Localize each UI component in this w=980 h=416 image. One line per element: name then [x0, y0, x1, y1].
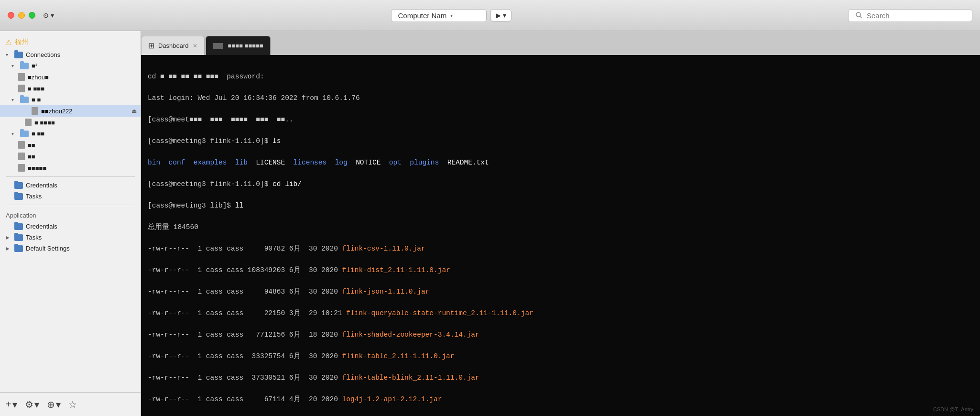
group1-folder-icon — [20, 63, 29, 69]
sidebar-item-sub6[interactable]: ■■■■■ — [0, 162, 141, 174]
sidebar-item-app-credentials[interactable]: Credentials — [0, 221, 141, 232]
group2-chevron-icon: ▾ — [11, 97, 17, 102]
sidebar-item-connections[interactable]: ▾ Connections — [0, 49, 141, 60]
play-button[interactable]: ▶ ▾ — [490, 9, 512, 22]
sidebar-item-group3[interactable]: ▾ ■ ■■ — [0, 128, 141, 139]
app-tasks-chevron-icon: ▶ — [6, 235, 11, 240]
maximize-button[interactable] — [29, 12, 35, 19]
sidebar-footer: + ▾ ⚙ ▾ ⊕ ▾ ☆ — [0, 392, 141, 416]
default-settings-folder-icon — [14, 245, 23, 252]
terminal-tab-label: ■■■■ ■■■■■ — [228, 42, 263, 49]
network-button[interactable]: ⊕ ▾ — [47, 399, 61, 410]
sidebar-item-tasks[interactable]: Tasks — [0, 191, 141, 202]
sidebar-item-sub1[interactable]: ■ ■■■ — [0, 83, 141, 94]
divider2 — [6, 205, 135, 205]
term-file-2: -rw-r--r-- 1 cass cass 108349203 6月 30 2… — [148, 265, 973, 275]
zhou222-label: ■■zhou222 — [41, 108, 73, 115]
computer-name-dropdown[interactable]: Computer Nam ▾ — [391, 9, 487, 22]
term-file-8: -rw-r--r-- 1 cass cass 67114 4月 20 2020 … — [148, 394, 973, 405]
search-bar[interactable] — [848, 9, 972, 22]
titlebar: ⊙ ▾ Computer Nam ▾ ▶ ▾ — [0, 0, 980, 31]
titlebar-center: Computer Nam ▾ ▶ ▾ — [62, 9, 840, 22]
sub6-file-icon — [18, 164, 25, 172]
sidebar-item-app-tasks[interactable]: ▶ Tasks — [0, 232, 141, 243]
connections-label: Connections — [26, 51, 60, 58]
eject-icon[interactable]: ⏏ — [131, 108, 137, 114]
add-button[interactable]: + ▾ — [6, 399, 17, 410]
connections-folder-icon — [14, 52, 23, 58]
warning-icon: ⚠ — [6, 38, 12, 46]
app-menu[interactable]: ⊙ ▾ — [43, 11, 54, 19]
group3-folder-icon — [20, 131, 29, 137]
sub6-label: ■■■■■ — [28, 164, 46, 172]
tab-terminal[interactable]: ■■■■ ■■■■■ — [206, 36, 271, 55]
credentials-folder-icon — [14, 182, 23, 189]
sidebar-item-credentials[interactable]: Credentials — [0, 180, 141, 191]
sidebar-scroll: ⚠ 福州 ▾ Connections ▾ ■¹ ■zhou■ — [0, 31, 141, 392]
sidebar-item-group1[interactable]: ▾ ■¹ — [0, 60, 141, 71]
add-caret-icon: ▾ — [12, 399, 17, 410]
group1-label: ■¹ — [32, 62, 37, 69]
menu-caret-icon: ▾ — [51, 11, 54, 19]
tasks-folder-icon — [14, 193, 23, 200]
computer-name-label: Computer Nam — [398, 11, 447, 20]
group1-chevron-icon: ▾ — [11, 63, 17, 68]
connections-chevron-icon: ▾ — [6, 52, 11, 57]
sub5-label: ■■ — [28, 153, 35, 160]
settings-button[interactable]: ⚙ ▾ — [25, 399, 39, 410]
tasks-label: Tasks — [26, 193, 42, 200]
sub3-file-icon — [25, 119, 32, 126]
term-line-ls: bin conf examples lib LICENSE licenses l… — [148, 157, 973, 168]
term-line-2: Last login: Wed Jul 20 16:34:36 2022 fro… — [148, 93, 973, 103]
star-button[interactable]: ☆ — [68, 399, 77, 410]
term-file-3: -rw-r--r-- 1 cass cass 94863 6月 30 2020 … — [148, 286, 973, 297]
tab-dashboard[interactable]: ⊞ Dashboard ✕ — [141, 36, 205, 55]
search-icon — [855, 11, 863, 19]
network-icon: ⊕ — [47, 399, 55, 410]
sidebar-item-zhou[interactable]: ■zhou■ — [0, 71, 141, 83]
search-input[interactable] — [867, 11, 962, 20]
terminal-output[interactable]: cd ■ ■■ ■■ ■■ ■■■ password: Last login: … — [141, 55, 980, 416]
term-file-4: -rw-r--r-- 1 cass cass 22150 3月 29 10:21… — [148, 308, 973, 318]
dashboard-tab-close[interactable]: ✕ — [193, 43, 197, 49]
sub4-label: ■■ — [28, 142, 35, 149]
term-line-4: [cass@meeting3 flink-1.11.0]$ ls — [148, 136, 973, 146]
default-settings-label: Default Settings — [26, 245, 70, 252]
svg-line-1 — [860, 16, 862, 18]
group3-chevron-icon: ▾ — [11, 131, 17, 136]
menu-icon: ⊙ — [43, 11, 49, 19]
sidebar: ⚠ 福州 ▾ Connections ▾ ■¹ ■zhou■ — [0, 31, 141, 416]
dashboard-tab-label: Dashboard — [158, 42, 189, 49]
term-file-6: -rw-r--r-- 1 cass cass 33325754 6月 30 20… — [148, 351, 973, 361]
sub1-file-icon — [18, 85, 25, 92]
term-file-1: -rw-r--r-- 1 cass cass 90782 6月 30 2020 … — [148, 243, 973, 254]
sidebar-warning: ⚠ 福州 — [0, 35, 141, 49]
term-line-5: [cass@meeting3 flink-1.11.0]$ cd lib/ — [148, 179, 973, 189]
minimize-button[interactable] — [18, 12, 25, 19]
tab-bar: ⊞ Dashboard ✕ ■■■■ ■■■■■ — [141, 31, 980, 55]
sub1-label: ■ ■■■ — [28, 85, 44, 92]
sidebar-item-sub5[interactable]: ■■ — [0, 151, 141, 162]
term-file-7: -rw-r--r-- 1 cass cass 37330521 6月 30 20… — [148, 372, 973, 383]
default-settings-chevron-icon: ▶ — [6, 246, 11, 251]
sidebar-item-group2[interactable]: ▾ ■ ■ — [0, 94, 141, 105]
group2-label: ■ ■ — [32, 96, 41, 103]
sidebar-item-default-settings[interactable]: ▶ Default Settings — [0, 243, 141, 254]
term-line-7: 总用量 184560 — [148, 222, 973, 232]
sidebar-item-sub4[interactable]: ■■ — [0, 139, 141, 151]
term-line-6: [cass@meeting3 lib]$ ll — [148, 200, 973, 211]
add-icon: + — [6, 399, 11, 410]
zhou-label: ■zhou■ — [28, 74, 49, 81]
gear-icon: ⚙ — [25, 399, 33, 410]
close-button[interactable] — [8, 12, 14, 19]
app-credentials-folder-icon — [14, 223, 23, 230]
sidebar-item-sub3[interactable]: ■ ■■■■ — [0, 117, 141, 128]
group3-label: ■ ■■ — [32, 130, 44, 137]
terminal-tab-icon — [213, 43, 223, 49]
app-tasks-label: Tasks — [26, 234, 42, 241]
computer-name-caret-icon: ▾ — [450, 13, 453, 18]
sub5-file-icon — [18, 153, 25, 160]
dashboard-tab-icon: ⊞ — [148, 41, 154, 50]
sidebar-item-zhou222[interactable]: ■■zhou222 ⏏ — [0, 105, 141, 117]
term-file-5: -rw-r--r-- 1 cass cass 7712156 6月 18 202… — [148, 329, 973, 340]
